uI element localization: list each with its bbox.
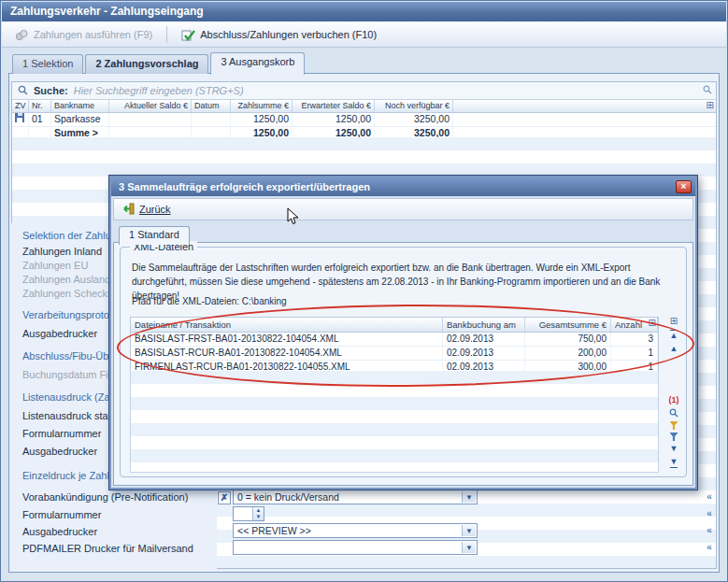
mail-printer-select[interactable] xyxy=(233,540,478,555)
col-zahlsumme[interactable]: Zahlsumme € xyxy=(231,100,293,112)
prenotification-checkbox[interactable]: ✗ xyxy=(218,491,231,504)
grid-settings-icon[interactable] xyxy=(649,318,656,328)
mail-printer-jump-icon[interactable] xyxy=(703,542,716,554)
app-window: Zahlungsverkehr - Zahlungseingang Zahlun… xyxy=(0,0,728,582)
cell-bankname: Sparkasse xyxy=(51,113,109,126)
empty-table-rows xyxy=(130,371,659,473)
formularnummer-jump-icon[interactable] xyxy=(703,508,716,520)
saved-icon xyxy=(15,113,24,124)
xml-table-row[interactable]: BASISLAST-FRST-BA01-20130822-104054.XML … xyxy=(131,333,658,347)
search-options-icon[interactable] xyxy=(703,85,712,96)
col-aktueller-saldo[interactable]: Aktueller Saldo € xyxy=(109,100,192,112)
xml-path: Pfad für die XML-Dateien: C:\banking xyxy=(132,296,287,306)
col-bankname[interactable]: Bankname xyxy=(51,100,109,112)
grid-side-toolbar: (1) xyxy=(666,317,681,468)
cell-count: 3 xyxy=(611,333,658,346)
sidebar-item-zahlungen-schecks[interactable]: Zahlungen Schecks xyxy=(22,288,113,299)
xml-files-table: Dateiname / Transaktion Bankbuchung am G… xyxy=(130,317,659,376)
first-row-icon[interactable] xyxy=(670,330,678,341)
tab-selektion[interactable]: 1 Selektion xyxy=(12,54,83,74)
coins-icon xyxy=(15,28,29,41)
formularnummer-spinner[interactable] xyxy=(233,506,264,521)
tab-ausgangskorb[interactable]: 3 Ausgangskorb xyxy=(210,52,305,75)
window-title: Zahlungsverkehr - Zahlungseingang xyxy=(10,5,204,18)
prenotification-value: 0 = kein Druck/Versand xyxy=(237,490,460,504)
cell-sum: 200,00 xyxy=(525,347,611,360)
book-payments-button[interactable]: Abschluss/Zahlungen verbuchen (F10) xyxy=(174,25,384,44)
label-formularnummer-1: Formularnummer xyxy=(22,428,101,439)
dropdown-arrow-icon[interactable] xyxy=(462,525,476,536)
cell-erwarteter-saldo: 1250,00 xyxy=(293,113,375,126)
col-datum[interactable]: Datum xyxy=(192,100,231,112)
sidebar-item-zahlungen-inland[interactable]: Zahlungen Inland xyxy=(22,246,102,257)
col-dateiname[interactable]: Dateiname / Transaktion xyxy=(131,318,443,332)
col-bankbuchung[interactable]: Bankbuchung am xyxy=(443,318,525,332)
cell-file: BASISLAST-RCUR-BA01-20130822-104054.XML xyxy=(131,347,443,360)
dropdown-arrow-icon[interactable] xyxy=(462,542,476,553)
col-filler xyxy=(453,100,716,112)
close-button[interactable]: × xyxy=(676,180,692,193)
filter-clear-icon[interactable] xyxy=(670,433,678,441)
col-noch-verfuegbar[interactable]: Noch verfügbar € xyxy=(375,100,453,112)
filter-count: (1) xyxy=(669,395,679,405)
cell-date: 02.09.2013 xyxy=(443,347,525,360)
search-label: Suche: xyxy=(34,85,68,96)
label-ausgabedrucker-3: Ausgabedrucker xyxy=(22,526,97,537)
label-buchungsdatum-fibu: Buchungsdatum Fibu xyxy=(22,369,120,380)
execute-payments-button[interactable]: Zahlungen ausführen (F9) xyxy=(7,25,160,44)
col-nr[interactable]: Nr. xyxy=(29,100,51,112)
cell-noch-verfuegbar: 3250,00 xyxy=(375,113,453,126)
sidebar-item-zahlungen-ausland[interactable]: Zahlungen Ausland xyxy=(22,274,110,285)
cell-datum xyxy=(192,113,231,126)
search-icon[interactable] xyxy=(669,408,678,419)
previous-row-icon[interactable] xyxy=(670,344,678,354)
book-payments-label: Abschluss/Zahlungen verbuchen (F10) xyxy=(200,29,377,40)
toolbar-separator xyxy=(166,26,167,43)
sidebar-item-zahlungen-eu[interactable]: Zahlungen EU xyxy=(22,260,88,271)
cell-date: 02.09.2013 xyxy=(443,333,525,346)
back-button[interactable]: Zurück xyxy=(139,204,171,215)
execute-payments-label: Zahlungen ausführen (F9) xyxy=(34,29,152,40)
search-bar[interactable]: Suche: Hier Suchbegriff eingeben (STRG+S… xyxy=(12,82,716,100)
cell-zv xyxy=(12,113,29,126)
tab-zahlungsvorschlag[interactable]: 2 Zahlungsvorschlag xyxy=(85,54,208,74)
back-icon xyxy=(121,203,135,217)
cell-count: 1 xyxy=(611,347,658,360)
cell-filler xyxy=(453,113,716,126)
dialog-title: 3 Sammelaufträge erfolgreich exportiert/… xyxy=(119,181,676,192)
grid-settings-icon[interactable] xyxy=(670,317,678,327)
col-zv[interactable]: ZV xyxy=(12,100,29,112)
spinner-arrows-icon[interactable] xyxy=(252,507,264,520)
xml-table-header: Dateiname / Transaktion Bankbuchung am G… xyxy=(131,318,658,333)
next-row-icon[interactable] xyxy=(670,444,678,454)
label-ausgabedrucker-2: Ausgabedrucker xyxy=(22,446,97,457)
dialog-titlebar: 3 Sammelaufträge erfolgreich exportiert/… xyxy=(111,177,695,196)
ausgabedrucker-jump-icon[interactable] xyxy=(703,525,716,537)
bank-row[interactable]: 01 Sparkasse 1250,00 1250,00 3250,00 xyxy=(12,113,716,127)
filter-icon[interactable] xyxy=(670,421,678,430)
cell-aktueller-saldo xyxy=(109,113,192,126)
cell-zahlsumme: 1250,00 xyxy=(231,113,293,126)
tab-standard[interactable]: 1 Standard xyxy=(119,226,190,245)
grid-settings-icon[interactable] xyxy=(707,100,714,110)
last-row-icon[interactable] xyxy=(670,457,678,468)
prenotification-select[interactable]: 0 = kein Druck/Versand xyxy=(233,490,478,504)
col-erwarteter-saldo[interactable]: Erwarteter Saldo € xyxy=(293,100,375,112)
cell-sum: 750,00 xyxy=(525,333,611,346)
ausgabedrucker-value: << PREVIEW >> xyxy=(237,524,460,537)
dropdown-arrow-icon[interactable] xyxy=(462,491,476,503)
label-formularnummer-2: Formularnummer xyxy=(22,509,101,520)
book-check-icon xyxy=(181,28,195,41)
cell-file: BASISLAST-FRST-BA01-20130822-104054.XML xyxy=(131,333,443,346)
label-pdfmailer: PDFMAILER Drucker für Mailversand xyxy=(22,543,193,554)
mouse-cursor xyxy=(287,207,299,225)
prenotification-jump-icon[interactable] xyxy=(703,491,716,504)
dialog-panel: XML-Dateien Die Sammelaufträge der Lasts… xyxy=(113,242,693,486)
xml-table-row[interactable]: BASISLAST-RCUR-BA01-20130822-104054.XML … xyxy=(131,347,658,361)
label-vorabankuendigung: Vorabankündigung (Pre-Notification) xyxy=(22,491,188,503)
export-dialog: 3 Sammelaufträge erfolgreich exportiert/… xyxy=(108,175,698,490)
dialog-toolbar: Zurück xyxy=(113,198,693,220)
ausgabedrucker-select[interactable]: << PREVIEW >> xyxy=(233,523,478,538)
col-gesamtsumme[interactable]: Gesamtsumme € xyxy=(525,318,611,332)
xml-files-group: XML-Dateien Die Sammelaufträge der Lasts… xyxy=(120,247,687,477)
